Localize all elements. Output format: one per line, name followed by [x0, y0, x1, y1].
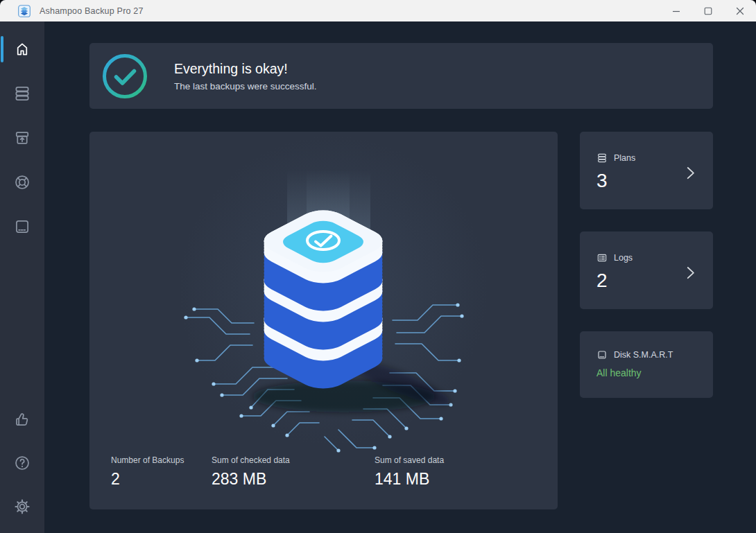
disk-smart-card[interactable]: Disk S.M.A.R.T All healthy [580, 331, 713, 398]
stat-number-of-backups: Number of Backups 2 [111, 455, 212, 489]
app-logo-icon [18, 5, 31, 17]
minimize-button[interactable] [660, 0, 692, 21]
drives-stack-icon [13, 85, 31, 103]
card-label: Logs [614, 253, 633, 263]
logs-card[interactable]: Logs 2 [580, 231, 713, 309]
card-label: Disk S.M.A.R.T [614, 350, 673, 360]
card-label: Plans [614, 153, 635, 163]
titlebar: Ashampoo Backup Pro 27 [0, 0, 756, 21]
sidebar-item-backup-plans[interactable] [0, 77, 44, 110]
main-area: Everything is okay! The last backups wer… [44, 21, 756, 533]
sidebar-item-help[interactable] [0, 446, 44, 480]
hard-drive-icon [13, 218, 31, 236]
banner-subtitle: The last backups were successful. [174, 81, 317, 91]
window-controls [660, 0, 756, 21]
plans-card[interactable]: Plans 3 [580, 132, 713, 209]
sidebar [0, 21, 44, 533]
backup-stats: Number of Backups 2 Sum of checked data … [111, 455, 444, 489]
banner-text: Everything is okay! The last backups wer… [174, 61, 317, 91]
home-icon [13, 40, 31, 58]
hard-drive-icon [596, 349, 608, 360]
stat-label: Number of Backups [111, 455, 212, 465]
box-arrow-up-icon [13, 129, 31, 147]
sidebar-bottom [0, 403, 44, 523]
log-list-icon [596, 252, 608, 263]
overview-card: Number of Backups 2 Sum of checked data … [89, 132, 558, 509]
side-column: Plans 3 Logs [580, 132, 713, 509]
stat-checked-data: Sum of checked data 283 MB [212, 455, 375, 489]
banner-title: Everything is okay! [174, 61, 317, 77]
stat-value: 141 MB [375, 470, 444, 489]
minimize-icon [672, 7, 680, 15]
sidebar-item-settings[interactable] [0, 490, 44, 523]
stat-label: Sum of saved data [375, 455, 444, 465]
sidebar-item-disks[interactable] [0, 210, 44, 243]
life-buoy-icon [13, 173, 31, 191]
stat-saved-data: Sum of saved data 141 MB [375, 455, 444, 489]
sidebar-item-restore[interactable] [0, 121, 44, 155]
check-circle-icon [102, 53, 148, 99]
thumbs-up-icon [13, 410, 31, 428]
stat-value: 283 MB [212, 470, 375, 489]
chevron-right-icon [681, 263, 699, 283]
backup-stack-illustration [178, 159, 469, 464]
chevron-right-icon [681, 163, 699, 184]
sidebar-item-rescue[interactable] [0, 166, 44, 199]
stat-label: Sum of checked data [212, 455, 375, 465]
gear-icon [13, 498, 31, 516]
maximize-button[interactable] [692, 0, 724, 21]
status-banner: Everything is okay! The last backups wer… [89, 43, 713, 109]
disk-smart-status: All healthy [596, 367, 713, 378]
window-title: Ashampoo Backup Pro 27 [40, 6, 144, 16]
sidebar-item-rate[interactable] [0, 403, 44, 436]
close-button[interactable] [724, 0, 756, 21]
maximize-icon [704, 7, 712, 15]
question-circle-icon [13, 454, 31, 472]
stat-value: 2 [111, 470, 212, 489]
sidebar-item-home[interactable] [0, 33, 44, 66]
app-window: Ashampoo Backup Pro 27 [0, 0, 756, 533]
drives-stack-icon [596, 152, 608, 164]
close-icon [736, 7, 744, 15]
